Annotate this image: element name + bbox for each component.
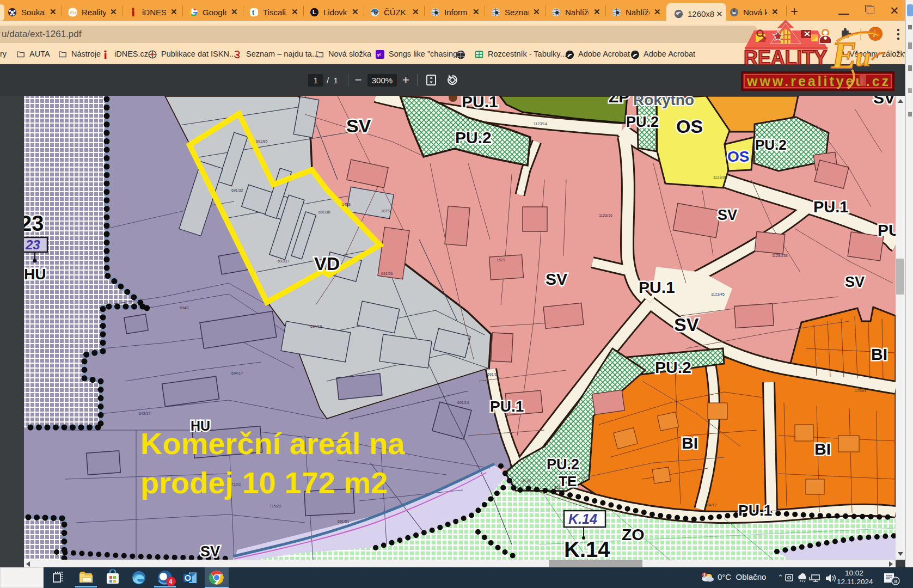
svg-text:PU: PU	[878, 221, 896, 239]
svg-text:23: 23	[25, 237, 40, 252]
svg-text:OS: OS	[727, 148, 749, 165]
svg-text:K.14: K.14	[564, 537, 610, 560]
svg-text:691/56: 691/56	[381, 272, 393, 275]
svg-text:PU.1: PU.1	[639, 278, 675, 296]
svg-text:SV: SV	[845, 274, 865, 290]
svg-text:PU.2: PU.2	[655, 358, 691, 376]
svg-text:8: 8	[894, 578, 897, 584]
svg-text:www.realityeu.cz: www.realityeu.cz	[746, 74, 889, 89]
svg-text:PU.2: PU.2	[755, 137, 787, 153]
svg-text:691/51: 691/51	[338, 519, 350, 523]
svg-text:u: u	[855, 41, 871, 72]
svg-text:642/17: 642/17	[139, 412, 151, 415]
svg-text:VD: VD	[314, 253, 340, 274]
svg-text:PU.2: PU.2	[626, 114, 659, 130]
svg-text:SV: SV	[718, 207, 737, 223]
svg-text:REALITY: REALITY	[744, 47, 827, 69]
svg-text:1123/45: 1123/45	[711, 292, 725, 296]
svg-text:TE: TE	[559, 473, 577, 489]
svg-text:691/32: 691/32	[231, 188, 243, 192]
svg-text:691/37: 691/37	[278, 259, 290, 263]
svg-text:PU.1: PU.1	[813, 198, 848, 216]
svg-text:694/16: 694/16	[310, 324, 322, 328]
svg-text:691/1: 691/1	[487, 372, 497, 376]
svg-text:PU.1: PU.1	[738, 502, 772, 519]
svg-text:K.14: K.14	[568, 511, 597, 526]
svg-text:Rokytno: Rokytno	[633, 96, 694, 108]
svg-text:SV: SV	[546, 270, 567, 288]
svg-text:1123/16: 1123/16	[599, 213, 612, 217]
svg-text:ZO: ZO	[622, 525, 645, 543]
svg-text:PU.2: PU.2	[547, 456, 579, 473]
svg-text:691/85: 691/85	[256, 139, 268, 143]
svg-text:694/17: 694/17	[231, 371, 243, 375]
svg-text:Komerční areál na: Komerční areál na	[140, 426, 405, 461]
svg-text:ZP: ZP	[609, 96, 629, 106]
svg-text:PU.1: PU.1	[490, 398, 524, 415]
svg-text:prodej 10 172 m2: prodej 10 172 m2	[140, 465, 388, 500]
svg-text:863/2: 863/2	[522, 479, 531, 483]
svg-text:C: C	[375, 10, 377, 14]
svg-text:HU: HU	[24, 266, 46, 283]
svg-text:t: t	[252, 8, 254, 16]
svg-text:1579: 1579	[497, 258, 505, 262]
svg-text:1715/1: 1715/1	[855, 389, 867, 393]
svg-text:SV: SV	[346, 115, 371, 136]
svg-text:694/1: 694/1	[180, 306, 189, 310]
svg-text:23: 23	[24, 211, 44, 235]
svg-text:BI: BI	[871, 345, 887, 363]
svg-text:1453: 1453	[342, 203, 351, 206]
svg-text:1123/14: 1123/14	[534, 122, 547, 126]
svg-text:715/22: 715/22	[269, 504, 281, 508]
svg-text:y!: y!	[377, 52, 381, 57]
svg-text:691/38: 691/38	[318, 210, 330, 214]
svg-text:691/14: 691/14	[457, 401, 469, 405]
svg-text:PU.1: PU.1	[462, 96, 498, 111]
svg-text:BI: BI	[682, 434, 698, 452]
svg-text:PU.2: PU.2	[455, 128, 492, 146]
svg-text:SV: SV	[200, 543, 220, 560]
svg-text:Eu: Eu	[70, 9, 76, 15]
svg-text:4: 4	[169, 578, 173, 585]
svg-text:BI: BI	[814, 440, 831, 458]
svg-text:1: 1	[703, 572, 706, 578]
svg-text:OS: OS	[676, 116, 703, 137]
svg-text:L: L	[312, 9, 316, 15]
svg-text:SV: SV	[674, 314, 699, 335]
svg-text:904/12: 904/12	[705, 503, 717, 507]
svg-text:1123/36: 1123/36	[713, 175, 727, 179]
svg-text:2075: 2075	[381, 209, 390, 213]
svg-text:1128/233: 1128/233	[772, 254, 788, 258]
